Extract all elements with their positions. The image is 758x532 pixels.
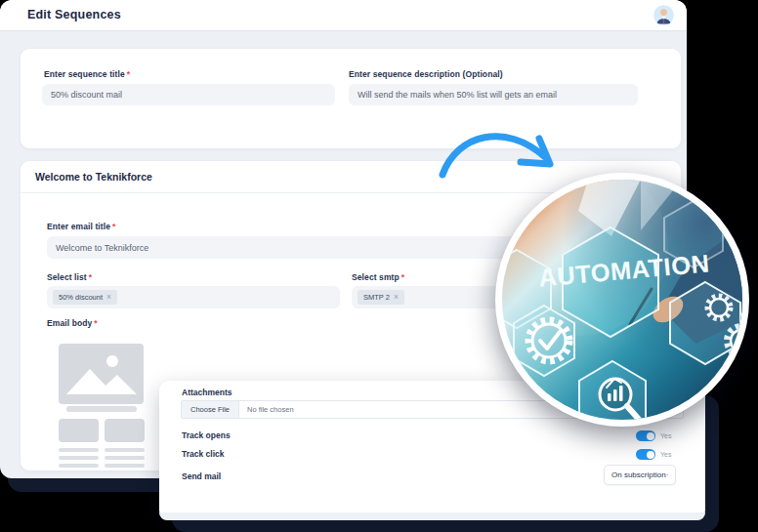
email-body-label-text: Email body — [47, 318, 92, 328]
track-opens-toggle[interactable] — [636, 430, 655, 441]
sequence-title-label: Enter sequence title* — [44, 69, 130, 79]
chevron-down-icon — [666, 472, 668, 477]
select-list-label-text: Select list — [47, 272, 87, 282]
smtp-tag-text: SMTP 2 — [363, 293, 390, 302]
toggle-knob — [647, 451, 654, 459]
email-card-title: Welcome to Teknikforce — [35, 161, 152, 193]
track-click-toggle[interactable] — [636, 449, 655, 460]
sequence-card: Enter sequence title* Enter sequence des… — [21, 49, 681, 148]
placeholder-image — [59, 344, 144, 404]
page: Edit Sequences Enter sequence title* Ent… — [0, 0, 758, 532]
placeholder-line — [59, 464, 99, 468]
toggle-knob — [647, 432, 654, 440]
placeholder-line — [59, 456, 99, 460]
choose-file-button[interactable]: Choose File — [182, 401, 239, 418]
track-opens-label: Track opens — [182, 430, 231, 440]
track-click-label: Track click — [182, 449, 224, 459]
send-mail-dropdown[interactable]: On subscription — [604, 465, 676, 485]
user-avatar-icon — [653, 5, 674, 25]
send-mail-label: Send mail — [182, 471, 221, 481]
app-header: Edit Sequences — [0, 0, 687, 30]
placeholder-line — [105, 464, 145, 468]
select-smtp-label-text: Select smtp — [352, 272, 400, 282]
list-tag-text: 50% discount — [59, 293, 103, 302]
tag-remove-icon[interactable]: × — [394, 293, 399, 302]
attachments-label: Attachments — [182, 388, 232, 397]
image-placeholder-icon — [59, 344, 144, 404]
placeholder-block — [105, 419, 145, 442]
smtp-tag: SMTP 2 × — [358, 290, 404, 305]
send-mail-selected-option: On subscription — [611, 471, 666, 479]
email-body-label: Email body* — [47, 318, 98, 328]
required-marker: * — [127, 69, 130, 79]
required-marker: * — [89, 272, 92, 282]
tag-remove-icon[interactable]: × — [106, 293, 111, 302]
list-tag: 50% discount × — [53, 290, 117, 305]
required-marker: * — [112, 222, 115, 231]
placeholder-block — [59, 419, 99, 442]
sequence-title-label-text: Enter sequence title — [44, 69, 125, 79]
attachments-card-footer — [159, 512, 705, 520]
track-opens-state: Yes — [660, 432, 671, 439]
track-click-state: Yes — [660, 451, 671, 458]
placeholder-line — [105, 448, 145, 452]
page-title: Edit Sequences — [27, 0, 121, 30]
automation-photo-circle: AUTOMATION — [495, 173, 749, 427]
placeholder-bar — [66, 406, 137, 412]
user-avatar[interactable] — [653, 5, 674, 25]
placeholder-line — [105, 456, 145, 460]
required-marker: * — [94, 318, 97, 328]
curved-arrow-icon — [420, 112, 567, 190]
placeholder-line — [59, 448, 99, 452]
required-marker: * — [401, 272, 404, 282]
automation-photo: AUTOMATION — [502, 180, 742, 420]
select-smtp-label: Select smtp* — [352, 272, 404, 282]
select-list-label: Select list* — [47, 272, 92, 282]
email-title-label-text: Enter email title — [47, 222, 110, 231]
sequence-description-label: Enter sequence description (Optional) — [349, 69, 503, 79]
sequence-description-input[interactable] — [349, 84, 638, 105]
select-list-input[interactable]: 50% discount × — [47, 286, 340, 308]
email-title-label: Enter email title* — [47, 222, 115, 231]
sequence-title-input[interactable] — [42, 84, 335, 105]
file-status-text: No file chosen — [239, 405, 294, 414]
